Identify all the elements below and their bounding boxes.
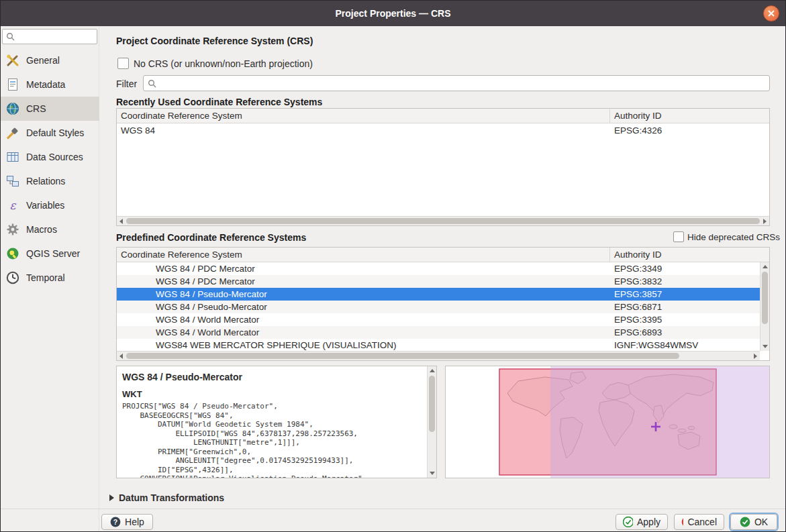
ok-button-label: OK bbox=[754, 517, 768, 527]
scroll-thumb[interactable] bbox=[126, 218, 760, 224]
wkt-label: WKT bbox=[122, 389, 436, 399]
sidebar-item-label: Default Styles bbox=[26, 127, 84, 138]
column-header-crs[interactable]: Coordinate Reference System bbox=[117, 109, 610, 123]
apply-button[interactable]: Apply bbox=[616, 514, 668, 530]
variables-icon: ε bbox=[5, 198, 20, 213]
scroll-up-icon[interactable] bbox=[763, 265, 768, 268]
help-icon: ? bbox=[110, 517, 121, 527]
metadata-icon bbox=[5, 77, 20, 92]
page-title: Project Coordinate Reference System (CRS… bbox=[116, 36, 313, 46]
help-button[interactable]: ? Help bbox=[101, 514, 153, 530]
wkt-definition: PROJCRS["WGS 84 / Pseudo-Mercator", BASE… bbox=[122, 402, 436, 478]
scroll-left-icon[interactable] bbox=[119, 219, 123, 224]
column-header-authority[interactable]: Authority ID bbox=[610, 248, 769, 262]
cancel-button[interactable]: Cancel bbox=[674, 514, 724, 530]
search-icon bbox=[6, 32, 15, 41]
default-styles-icon bbox=[5, 125, 20, 140]
data-sources-icon bbox=[5, 150, 20, 164]
cancel-button-label: Cancel bbox=[687, 517, 717, 527]
sidebar-item-qgis-server[interactable]: QGIS Server bbox=[1, 242, 99, 266]
sidebar-item-temporal[interactable]: Temporal bbox=[1, 266, 99, 290]
temporal-icon bbox=[5, 270, 20, 285]
table-row[interactable]: WGS 84 / PDC Mercator EPSG:3832 bbox=[117, 275, 760, 288]
titlebar[interactable]: Project Properties — CRS bbox=[1, 1, 785, 26]
footer-separator bbox=[1, 509, 785, 509]
recent-crs-table: Coordinate Reference System Authority ID… bbox=[116, 108, 770, 226]
scroll-thumb[interactable] bbox=[126, 353, 679, 359]
relations-icon bbox=[5, 174, 20, 189]
scroll-right-icon[interactable] bbox=[754, 354, 757, 359]
datum-transformations-label: Datum Transformations bbox=[119, 492, 224, 503]
table-row[interactable]: WGS84 WEB MERCATOR SPHERIQUE (VISUALISAT… bbox=[117, 339, 760, 352]
project-properties-dialog: Project Properties — CRS General Metadat… bbox=[0, 0, 786, 532]
table-row[interactable]: WGS 84 EPSG:4326 bbox=[117, 123, 769, 137]
scroll-up-icon[interactable] bbox=[430, 369, 435, 372]
filter-input[interactable] bbox=[156, 76, 769, 91]
sidebar-item-label: Temporal bbox=[26, 272, 65, 283]
sidebar: General Metadata CRS Default Styles Data… bbox=[1, 26, 99, 531]
sidebar-item-label: Macros bbox=[26, 224, 57, 235]
sidebar-search-box[interactable] bbox=[2, 29, 97, 44]
svg-text:?: ? bbox=[113, 518, 117, 526]
sidebar-item-crs[interactable]: CRS bbox=[1, 97, 99, 121]
table-row-selected[interactable]: WGS 84 / Pseudo-Mercator EPSG:3857 bbox=[117, 288, 760, 301]
datum-transformations-expander[interactable]: Datum Transformations bbox=[109, 492, 224, 503]
sidebar-item-general[interactable]: General bbox=[1, 48, 99, 72]
recent-crs-title: Recently Used Coordinate Reference Syste… bbox=[116, 97, 322, 107]
sidebar-item-label: Variables bbox=[26, 200, 64, 211]
recent-table-header: Coordinate Reference System Authority ID bbox=[117, 109, 769, 123]
scroll-thumb[interactable] bbox=[429, 376, 435, 432]
sidebar-search-input[interactable] bbox=[17, 32, 97, 42]
ok-check-icon bbox=[740, 517, 750, 527]
hide-deprecated-checkbox[interactable] bbox=[673, 231, 684, 242]
column-header-authority[interactable]: Authority ID bbox=[610, 109, 769, 123]
scroll-down-icon[interactable] bbox=[430, 472, 435, 475]
close-button[interactable] bbox=[763, 5, 779, 21]
predefined-hscrollbar[interactable] bbox=[117, 351, 760, 360]
sidebar-list: General Metadata CRS Default Styles Data… bbox=[1, 48, 99, 290]
predefined-table-header: Coordinate Reference System Authority ID bbox=[117, 248, 769, 262]
wkt-vscrollbar[interactable] bbox=[427, 366, 436, 478]
apply-button-label: Apply bbox=[637, 517, 660, 527]
world-map-preview bbox=[446, 366, 769, 478]
table-row[interactable]: WGS 84 / Pseudo-Mercator EPSG:6871 bbox=[117, 301, 760, 313]
wkt-panel: WGS 84 / Pseudo-Mercator WKT PROJCRS["WG… bbox=[116, 366, 437, 478]
ok-button[interactable]: OK bbox=[730, 514, 777, 530]
macros-icon bbox=[5, 222, 20, 237]
close-icon bbox=[767, 9, 775, 17]
sidebar-item-metadata[interactable]: Metadata bbox=[1, 72, 99, 97]
sidebar-item-variables[interactable]: ε Variables bbox=[1, 193, 99, 217]
sidebar-item-macros[interactable]: Macros bbox=[1, 217, 99, 242]
window-title: Project Properties — CRS bbox=[336, 8, 451, 19]
predefined-crs-table: Coordinate Reference System Authority ID… bbox=[116, 247, 770, 361]
qgis-server-icon bbox=[5, 246, 20, 261]
scroll-down-icon[interactable] bbox=[763, 345, 768, 348]
no-crs-label: No CRS (or unknown/non-Earth projection) bbox=[134, 58, 313, 69]
sidebar-item-label: QGIS Server bbox=[26, 248, 80, 259]
no-crs-checkbox[interactable] bbox=[117, 58, 129, 69]
svg-text:ε: ε bbox=[10, 199, 17, 212]
sidebar-item-label: General bbox=[26, 55, 60, 66]
scroll-thumb[interactable] bbox=[762, 272, 768, 324]
recent-hscrollbar[interactable] bbox=[117, 216, 769, 225]
sidebar-item-label: Data Sources bbox=[26, 152, 83, 162]
crs-extent-map-panel bbox=[445, 366, 770, 478]
sidebar-item-label: CRS bbox=[26, 103, 46, 114]
table-row[interactable]: WGS 84 / World Mercator EPSG:3395 bbox=[117, 313, 760, 326]
crs-icon bbox=[5, 101, 20, 116]
column-header-crs[interactable]: Coordinate Reference System bbox=[117, 248, 610, 262]
scroll-right-icon[interactable] bbox=[763, 219, 767, 224]
apply-check-icon bbox=[623, 517, 633, 527]
filter-label: Filter bbox=[116, 78, 137, 89]
sidebar-item-relations[interactable]: Relations bbox=[1, 169, 99, 193]
sidebar-item-data-sources[interactable]: Data Sources bbox=[1, 145, 99, 169]
table-row[interactable]: WGS 84 / World Mercator EPSG:6893 bbox=[117, 326, 760, 339]
sidebar-item-default-styles[interactable]: Default Styles bbox=[1, 121, 99, 145]
scroll-left-icon[interactable] bbox=[119, 354, 123, 359]
filter-field[interactable] bbox=[143, 75, 770, 91]
predefined-vscrollbar[interactable] bbox=[760, 262, 769, 351]
cancel-x-icon bbox=[681, 517, 683, 527]
sidebar-item-label: Metadata bbox=[26, 79, 65, 90]
expand-triangle-icon bbox=[109, 494, 114, 501]
table-row[interactable]: WGS 84 / PDC Mercator EPSG:3349 bbox=[117, 262, 760, 275]
